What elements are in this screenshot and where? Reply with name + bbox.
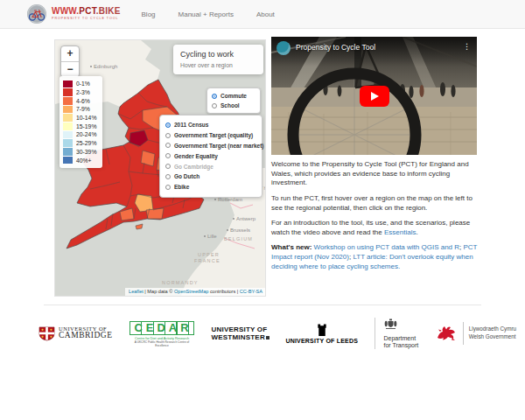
scenario-selector: 2011 Census Government Target (equality)… [159, 115, 262, 198]
logo-title: WWW.PCT.BIKE [52, 7, 121, 16]
logo-text: WWW.PCT.BIKE PROPENSITY TO CYCLE TOOL [52, 7, 121, 21]
logo-pct: PCT [79, 6, 96, 16]
license-link[interactable]: CC-BY-SA [240, 289, 262, 294]
logo-www: WWW. [52, 6, 79, 16]
map-legend: 0-1% 2-3% 4-6% 7-9% 10-14% 15-19% 20-24%… [60, 76, 102, 168]
radio-commute[interactable]: Commute [212, 91, 256, 101]
legend-row: 10-14% [63, 114, 96, 122]
purpose-toggle: Commute School [206, 88, 261, 114]
legend-swatch [63, 122, 73, 130]
logo-tagline: PROPENSITY TO CYCLE TOOL [52, 18, 121, 21]
essentials-link[interactable]: Essentials [384, 228, 416, 236]
site-logo-link[interactable]: WWW.PCT.BIKE PROPENSITY TO CYCLE TOOL [26, 4, 121, 24]
logo-university-of-cambridge[interactable]: UNIVERSITY OF CAMBRIDGE [38, 326, 113, 341]
radio-icon [212, 94, 217, 99]
info-panel-title: Cycling to work [180, 50, 257, 59]
radio-icon [165, 174, 171, 179]
legend-row: 30-39% [63, 148, 96, 157]
osm-link[interactable]: OpenStreetMap [174, 289, 209, 294]
radio-icon [165, 164, 171, 169]
legend-swatch [63, 114, 73, 122]
zoom-out-button[interactable]: − [61, 61, 79, 77]
leaflet-link[interactable]: Leaflet [129, 289, 144, 294]
zoom-in-button[interactable]: + [61, 46, 79, 61]
play-icon [371, 92, 379, 101]
radio-go-cambridge: Go Cambridge [165, 161, 258, 172]
nav-blog[interactable]: Blog [142, 10, 156, 18]
bicycle-logo-icon [26, 4, 47, 24]
nav-about[interactable]: About [256, 10, 275, 18]
info-panel-subtitle: Hover over a region [180, 62, 257, 68]
welsh-wordmark: Llywodraeth Cymru Welsh Government [469, 326, 516, 341]
radio-icon [165, 185, 171, 190]
legend-row: 2-3% [63, 88, 96, 97]
legend-row: 40%+ [63, 156, 96, 164]
radio-icon [165, 122, 171, 128]
main-nav: Blog Manual + Reports About [142, 10, 275, 18]
welsh-divider [463, 322, 464, 345]
logo-university-of-leeds[interactable]: UNIVERSITY OF LEEDS [285, 323, 358, 344]
welcome-paragraph: Welcome to the Propensity to Cycle Tool … [271, 160, 481, 188]
intro-text: Welcome to the Propensity to Cycle Tool … [271, 160, 481, 277]
whats-new-label: What's new: [271, 243, 312, 251]
logo-bike: .BIKE [96, 6, 121, 16]
logo-welsh-government[interactable]: Llywodraeth Cymru Welsh Government [435, 322, 516, 345]
cedar-wordmark: CEDAR [130, 321, 193, 335]
legend-row: 25-29% [63, 139, 96, 148]
site-header: WWW.PCT.BIKE PROPENSITY TO CYCLE TOOL Bl… [0, 0, 525, 29]
radio-icon [212, 103, 217, 108]
logo-cedar[interactable]: CEDAR Centre for Diet and Activity Resea… [129, 319, 195, 347]
map-zoom-control: + − [60, 46, 80, 78]
whats-new-paragraph: What's new: Workshop on using PCT data w… [271, 243, 481, 271]
dft-crest-icon [384, 318, 397, 330]
legend-swatch [63, 88, 73, 96]
legend-row: 15-19% [63, 122, 96, 130]
westminster-square-icon [266, 336, 270, 340]
video-menu-icon[interactable]: ⋮ [463, 43, 471, 51]
legend-swatch [63, 106, 73, 114]
footer-divider [44, 304, 481, 305]
map-info-panel: Cycling to work Hover over a region [173, 45, 263, 74]
logo-university-of-westminster[interactable]: UNIVERSITY OF WESTMINSTER [212, 326, 270, 341]
legend-row: 20-24% [63, 130, 96, 139]
radio-go-dutch[interactable]: Go Dutch [165, 172, 258, 182]
radio-2011-census[interactable]: 2011 Census [165, 120, 258, 130]
region-map[interactable]: Edinburgh NETHERLANDS The Hague Rotterda… [54, 39, 266, 297]
radio-icon [165, 153, 171, 158]
legend-row: 0-1% [63, 80, 96, 88]
legend-swatch [63, 131, 73, 139]
radio-gender-equality[interactable]: Gender Equality [165, 150, 258, 161]
radio-icon [165, 143, 171, 148]
dft-wordmark: Department for Transport [384, 335, 419, 350]
radio-icon [165, 133, 171, 138]
logo-department-for-transport[interactable]: Department for Transport [374, 318, 419, 350]
legend-swatch [63, 157, 73, 164]
youtube-video-embed[interactable]: Propensity to Cycle Tool ⋮ [271, 37, 477, 155]
cambridge-wordmark: UNIVERSITY OF CAMBRIDGE [59, 326, 113, 341]
video-title-bar: Propensity to Cycle Tool ⋮ [271, 37, 477, 66]
legend-row: 7-9% [63, 105, 96, 114]
pct-homepage: WWW.PCT.BIKE PROPENSITY TO CYCLE TOOL Bl… [0, 0, 525, 420]
channel-avatar[interactable] [276, 41, 290, 55]
radio-school[interactable]: School [212, 101, 256, 110]
workshop-link[interactable]: Workshop on using PCT data with QGIS and… [314, 243, 459, 251]
radio-ebike[interactable]: Ebike [165, 182, 258, 192]
partner-logos: UNIVERSITY OF CAMBRIDGE CEDAR Centre for… [38, 312, 516, 354]
radio-gov-target-near-market[interactable]: Government Target (near market) [165, 141, 258, 151]
play-button[interactable] [360, 86, 389, 107]
video-title[interactable]: Propensity to Cycle Tool [296, 43, 375, 52]
howto-paragraph: To run the PCT, first hover over a regio… [271, 194, 481, 213]
map-attribution: Leaflet | Map data © OpenStreetMap contr… [125, 288, 265, 296]
welsh-dragon-icon [435, 324, 458, 343]
legend-swatch [63, 139, 73, 147]
nav-manual-reports[interactable]: Manual + Reports [178, 10, 234, 18]
legend-row: 4-6% [63, 96, 96, 105]
leeds-tower-icon [317, 323, 327, 336]
legend-swatch [63, 148, 73, 156]
legend-swatch [63, 80, 73, 88]
intro-paragraph: For an introduction to the tool, its use… [271, 219, 481, 237]
radio-gov-target-equality[interactable]: Government Target (equality) [165, 130, 258, 141]
cambridge-shield-icon [38, 326, 55, 341]
legend-swatch [63, 97, 73, 105]
